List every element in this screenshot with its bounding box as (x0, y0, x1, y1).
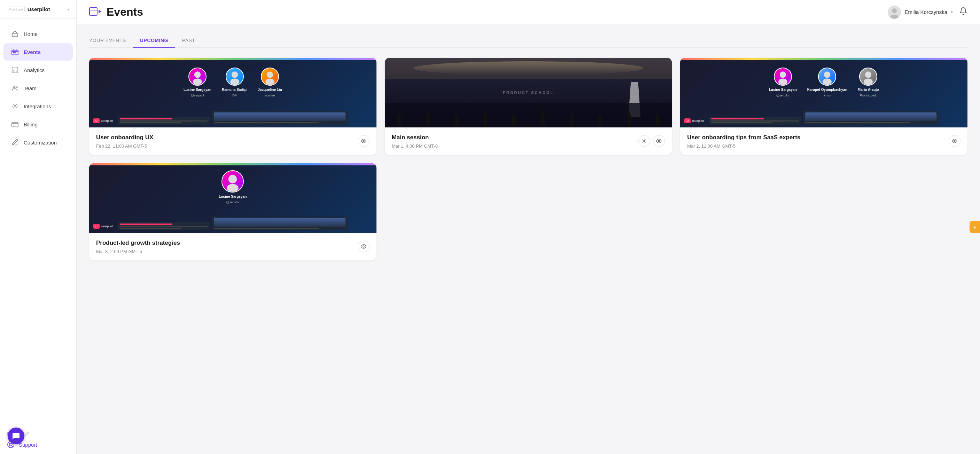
event-card-4-body: Product-led growth strategies Mar 8, 2:0… (89, 233, 377, 260)
sidebar-logo[interactable]: Your Logo Userpilot ▾ (0, 0, 76, 19)
eye-button[interactable] (358, 241, 369, 252)
sidebar-item-team-label: Team (24, 85, 37, 91)
eye-button[interactable] (949, 135, 961, 147)
speaker-2-company: krisp (824, 94, 830, 97)
event-title: Main session (392, 134, 639, 141)
eye-button[interactable] (358, 135, 369, 147)
logo-chevron-icon: ▾ (67, 7, 69, 12)
svg-point-27 (822, 79, 832, 85)
svg-point-7 (14, 105, 16, 107)
sidebar-item-events-label: Events (24, 49, 41, 55)
svg-point-15 (194, 71, 200, 78)
event-date: Mar 8, 2:00 PM GMT-5 (96, 249, 358, 254)
chat-bubble-button[interactable] (8, 427, 24, 444)
event-action-icons (358, 241, 369, 252)
sidebar-item-billing[interactable]: Billing (3, 116, 73, 133)
tab-upcoming[interactable]: UPCOMING (133, 34, 175, 48)
svg-point-18 (230, 79, 239, 85)
sidebar-item-integrations[interactable]: Integrations (3, 97, 73, 115)
main-content: Events Emilia Korczynska ▾ (76, 0, 980, 454)
support-label: Support (19, 442, 37, 448)
speaker-3-name: Jacqueline Liu (258, 88, 282, 92)
svg-point-2 (13, 52, 14, 53)
svg-point-17 (231, 71, 237, 78)
svg-point-10 (10, 443, 12, 446)
app-name: Userpilot (27, 6, 50, 12)
floating-promo-badge[interactable]: ▲ (970, 221, 980, 233)
sidebar-item-customization[interactable]: Customization (3, 134, 73, 151)
svg-point-24 (780, 71, 786, 78)
event-card-3-body: User onboarding tips from SaaS experts M… (680, 127, 967, 155)
event-title: Product-led growth strategies (96, 239, 358, 247)
user-menu[interactable]: Emilia Korczynska ▾ (888, 6, 953, 19)
speaker-1-name: Lusine Sargsyan (219, 195, 247, 198)
svg-point-19 (267, 71, 273, 78)
speaker-avatar (774, 68, 792, 86)
speaker-3-company: ecobee (265, 94, 275, 97)
color-bar (680, 58, 967, 60)
sidebar-item-home[interactable]: Home (3, 25, 73, 43)
event-card-1-image: Lusine Sargsyan @serpilot Ramona Sartipi… (89, 58, 377, 127)
event-card-1: Lusine Sargsyan @serpilot Ramona Sartipi… (89, 58, 377, 155)
svg-point-32 (227, 184, 239, 192)
svg-rect-8 (12, 122, 18, 127)
color-bar (89, 58, 377, 60)
sidebar-item-events[interactable]: Events (3, 43, 73, 60)
speaker-2-name: Ramona Sartipi (222, 88, 247, 92)
notification-bell-icon[interactable] (959, 7, 967, 17)
svg-point-22 (644, 140, 645, 142)
sidebar-item-team[interactable]: Team (3, 79, 73, 97)
events-page-icon (89, 6, 102, 18)
event-title: User onboarding tips from SaaS experts (687, 134, 949, 141)
eye-button[interactable] (653, 135, 665, 147)
billing-icon (11, 121, 19, 128)
events-tabs: YOUR EVENTS UPCOMING PAST (89, 34, 967, 48)
svg-rect-11 (89, 8, 97, 15)
svg-point-23 (658, 140, 660, 142)
topbar: Events Emilia Korczynska ▾ (76, 0, 980, 24)
speaker-avatar (859, 68, 877, 86)
user-chevron-icon: ▾ (951, 10, 953, 14)
speaker-1: Lusine Sargsyan @serpilot (183, 68, 212, 97)
event-action-icons (949, 135, 961, 147)
svg-point-25 (778, 79, 788, 85)
tab-your-events[interactable]: YOUR EVENTS (89, 34, 133, 48)
settings-button[interactable] (638, 135, 650, 147)
tab-past[interactable]: PAST (175, 34, 202, 48)
speaker-3-company: ProductLed. (860, 94, 877, 97)
event-card-2: PRODUCT SCHOOL Main session Mar 1, 4:00 … (385, 58, 672, 155)
sidebar-nav: Home Events Analytics (0, 19, 76, 426)
sidebar-item-home-label: Home (24, 31, 38, 37)
svg-point-6 (16, 86, 18, 88)
events-grid: Lusine Sargsyan @serpilot Ramona Sartipi… (89, 58, 967, 260)
customization-icon (11, 138, 19, 146)
sidebar-item-analytics[interactable]: Analytics (3, 61, 73, 79)
svg-point-21 (363, 140, 364, 142)
event-card-4-image: Lusine Sargsyan @serpilot (89, 163, 377, 233)
event-card-3: Lusine Sargsyan @serpilot Karapet Oyumpb… (680, 58, 967, 155)
speaker-1-company: @serpilot (776, 94, 789, 97)
svg-rect-0 (12, 34, 18, 37)
event-title: User onboarding UX (96, 134, 358, 141)
event-card-2-image: PRODUCT SCHOOL (385, 58, 672, 127)
event-card-2-body: Main session Mar 1, 4:00 PM GMT-8 (385, 127, 672, 155)
events-icon (11, 48, 19, 56)
event-card-4: Lusine Sargsyan @serpilot (89, 163, 377, 260)
user-avatar (888, 6, 901, 19)
speaker-1-name: Lusine Sargsyan (769, 88, 797, 92)
speaker-avatar (261, 68, 279, 86)
svg-point-3 (14, 52, 16, 53)
page-title: Events (107, 6, 143, 19)
svg-point-26 (824, 71, 830, 78)
event-info: Main session Mar 1, 4:00 PM GMT-8 (392, 134, 639, 149)
userpilot-brand: U userpilot (93, 224, 113, 229)
speaker-avatar (226, 68, 244, 86)
speaker-3-name: Mario Araujo (858, 88, 879, 92)
page-title-row: Events (89, 6, 143, 19)
speaker-3: Mario Araujo ProductLed. (858, 68, 879, 97)
svg-point-31 (229, 175, 237, 183)
event-info: Product-led growth strategies Mar 8, 2:0… (96, 239, 358, 254)
svg-point-13 (892, 8, 897, 13)
event-date: Feb 22, 11:00 AM GMT-5 (96, 143, 358, 149)
svg-point-28 (865, 71, 871, 78)
